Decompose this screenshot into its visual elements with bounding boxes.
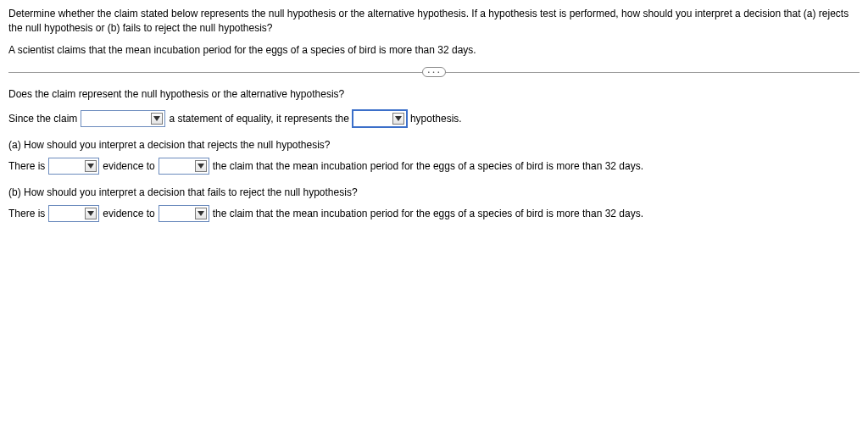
q1-dropdown-equality[interactable] xyxy=(81,110,165,127)
instructions-text: Determine whether the claim stated below… xyxy=(8,7,860,36)
section-divider: • • • xyxy=(8,66,860,78)
q1-row: Since the claim a statement of equality,… xyxy=(8,110,860,127)
q1-prompt: Does the claim represent the null hypoth… xyxy=(8,88,860,100)
svg-marker-5 xyxy=(198,211,204,216)
svg-marker-0 xyxy=(153,116,160,121)
q1-post-text: hypothesis. xyxy=(410,113,462,125)
b-mid-text: evidence to xyxy=(103,208,154,219)
b-pre-text: There is xyxy=(8,208,45,219)
chevron-down-icon xyxy=(392,113,404,125)
part-a-label: (a) How should you interpret a decision … xyxy=(8,139,860,151)
q1-dropdown-hypothesis[interactable] xyxy=(353,110,407,127)
q1-mid-text: a statement of equality, it represents t… xyxy=(169,113,349,125)
q1-pre-text: Since the claim xyxy=(8,113,77,125)
claim-text: A scientist claims that the mean incubat… xyxy=(8,44,860,56)
part-b-label: (b) How should you interpret a decision … xyxy=(8,186,860,198)
svg-marker-4 xyxy=(87,211,94,216)
b-dropdown-evidence[interactable] xyxy=(48,205,99,222)
svg-marker-1 xyxy=(395,116,402,121)
svg-marker-2 xyxy=(87,164,94,169)
ellipsis-icon: • • • xyxy=(428,69,441,75)
chevron-down-icon xyxy=(85,208,97,219)
a-mid-text: evidence to xyxy=(103,160,154,172)
a-post-text: the claim that the mean incubation perio… xyxy=(213,160,643,172)
chevron-down-icon xyxy=(195,208,207,219)
svg-marker-3 xyxy=(198,164,204,169)
b-dropdown-action[interactable] xyxy=(159,205,209,222)
part-a-row: There is evidence to the claim that the … xyxy=(8,158,860,175)
chevron-down-icon xyxy=(195,160,207,172)
a-dropdown-evidence[interactable] xyxy=(48,158,99,175)
expand-pill-button[interactable]: • • • xyxy=(422,67,446,77)
chevron-down-icon xyxy=(85,160,97,172)
a-pre-text: There is xyxy=(8,160,45,172)
b-post-text: the claim that the mean incubation perio… xyxy=(213,208,643,219)
part-b-row: There is evidence to the claim that the … xyxy=(8,205,860,222)
chevron-down-icon xyxy=(151,113,163,125)
a-dropdown-action[interactable] xyxy=(159,158,209,175)
